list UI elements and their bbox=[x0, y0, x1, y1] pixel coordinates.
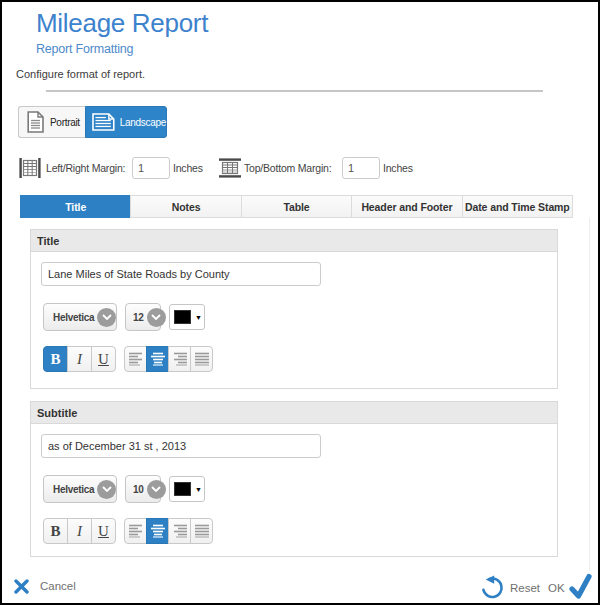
ok-label[interactable]: OK bbox=[548, 582, 565, 594]
subtitle-style-group: B I U bbox=[43, 518, 116, 544]
title-italic-button[interactable]: I bbox=[67, 346, 92, 372]
align-center-icon bbox=[151, 352, 165, 366]
chevron-down-icon bbox=[147, 480, 166, 499]
tab-notes[interactable]: Notes bbox=[130, 195, 241, 218]
orientation-toggle: Portrait Landscape bbox=[18, 106, 167, 138]
title-font-family-value: Helvetica bbox=[53, 312, 94, 323]
chevron-down-icon bbox=[97, 480, 116, 499]
tab-title[interactable]: Title bbox=[20, 195, 131, 218]
align-left-icon bbox=[129, 524, 143, 538]
color-caret-icon: ▼ bbox=[195, 314, 202, 321]
title-align-center-button[interactable] bbox=[146, 346, 169, 372]
align-left-icon bbox=[129, 352, 143, 366]
reset-label[interactable]: Reset bbox=[510, 582, 540, 594]
align-justify-icon bbox=[195, 524, 209, 538]
landscape-label: Landscape bbox=[120, 117, 166, 128]
portrait-label: Portrait bbox=[50, 117, 80, 128]
title-font-size-select[interactable]: 12 bbox=[125, 303, 161, 331]
subtitle-align-center-button[interactable] bbox=[146, 518, 169, 544]
title-style-group: B I U bbox=[43, 346, 116, 372]
portrait-button[interactable]: Portrait bbox=[18, 106, 85, 138]
title-underline-button[interactable]: U bbox=[91, 346, 116, 372]
title-align-justify-button[interactable] bbox=[190, 346, 213, 372]
portrait-page-icon bbox=[27, 111, 44, 133]
title-align-left-button[interactable] bbox=[124, 346, 147, 372]
title-text-input[interactable] bbox=[41, 262, 321, 286]
align-justify-icon bbox=[195, 352, 209, 366]
landscape-page-icon bbox=[92, 113, 115, 131]
subtitle-align-justify-button[interactable] bbox=[190, 518, 213, 544]
subtitle-bold-button[interactable]: B bbox=[43, 518, 68, 544]
title-font-family-select[interactable]: Helvetica bbox=[43, 303, 117, 331]
chevron-down-icon bbox=[147, 308, 166, 327]
ok-button[interactable] bbox=[564, 569, 596, 605]
title-font-size-value: 12 bbox=[133, 312, 144, 323]
subtitle-color-swatch bbox=[174, 482, 191, 496]
tab-table[interactable]: Table bbox=[241, 195, 352, 218]
top-bottom-margin-label: Top/Bottom Margin: bbox=[244, 155, 331, 181]
title-align-right-button[interactable] bbox=[168, 346, 191, 372]
landscape-button[interactable]: Landscape bbox=[85, 106, 167, 138]
tab-date-and-time-stamp[interactable]: Date and Time Stamp bbox=[462, 195, 573, 218]
reset-icon bbox=[481, 574, 505, 600]
page-title: Mileage Report bbox=[36, 8, 208, 39]
subtitle-align-left-button[interactable] bbox=[124, 518, 147, 544]
subtitle-font-family-select[interactable]: Helvetica bbox=[43, 475, 117, 503]
left-right-margin-icon bbox=[19, 158, 41, 178]
title-align-group bbox=[124, 346, 213, 372]
subtitle-section-header: Subtitle bbox=[31, 402, 557, 424]
subtitle-font-family-value: Helvetica bbox=[53, 484, 94, 495]
subtitle-italic-button[interactable]: I bbox=[67, 518, 92, 544]
title-bold-button[interactable]: B bbox=[43, 346, 68, 372]
subtitle-text-input[interactable] bbox=[41, 434, 321, 458]
margins-row: Left/Right Margin: Inches Top/Bottom Mar… bbox=[0, 155, 600, 181]
left-right-margin-label: Left/Right Margin: bbox=[46, 155, 125, 181]
subtitle-align-right-button[interactable] bbox=[168, 518, 191, 544]
title-color-swatch bbox=[174, 310, 191, 324]
subtitle-underline-button[interactable]: U bbox=[91, 518, 116, 544]
align-right-icon bbox=[173, 352, 187, 366]
subtitle-align-group bbox=[124, 518, 213, 544]
top-bottom-margin-icon bbox=[219, 158, 241, 178]
cancel-label[interactable]: Cancel bbox=[40, 580, 76, 592]
color-caret-icon: ▼ bbox=[195, 486, 202, 493]
page-subtitle: Report Formatting bbox=[36, 42, 133, 56]
header-divider bbox=[46, 90, 543, 92]
title-font-color-select[interactable]: ▼ bbox=[169, 304, 205, 330]
left-right-margin-input[interactable] bbox=[132, 157, 170, 179]
align-right-icon bbox=[173, 524, 187, 538]
align-center-icon bbox=[151, 524, 165, 538]
subtitle-font-color-select[interactable]: ▼ bbox=[169, 476, 205, 502]
title-section-panel: Title Helvetica 12 ▼ bbox=[30, 229, 558, 389]
top-bottom-margin-unit: Inches bbox=[383, 155, 413, 181]
left-right-margin-unit: Inches bbox=[173, 155, 203, 181]
page-description: Configure format of report. bbox=[16, 68, 145, 80]
mileage-report-dialog: Mileage Report Report Formatting Configu… bbox=[0, 0, 600, 605]
subtitle-section-panel: Subtitle Helvetica 10 ▼ bbox=[30, 401, 558, 557]
tab-header-and-footer[interactable]: Header and Footer bbox=[351, 195, 462, 218]
cancel-x-icon bbox=[14, 579, 29, 594]
cancel-button[interactable] bbox=[14, 579, 29, 598]
reset-button[interactable] bbox=[481, 574, 505, 604]
content-right-border bbox=[589, 218, 590, 571]
chevron-down-icon bbox=[97, 308, 116, 327]
subtitle-font-size-select[interactable]: 10 bbox=[125, 475, 161, 503]
title-section-header: Title bbox=[31, 230, 557, 252]
tab-bar: Title Notes Table Header and Footer Date… bbox=[20, 195, 573, 218]
ok-check-icon bbox=[564, 569, 596, 603]
top-bottom-margin-input[interactable] bbox=[342, 157, 380, 179]
subtitle-font-size-value: 10 bbox=[133, 484, 144, 495]
